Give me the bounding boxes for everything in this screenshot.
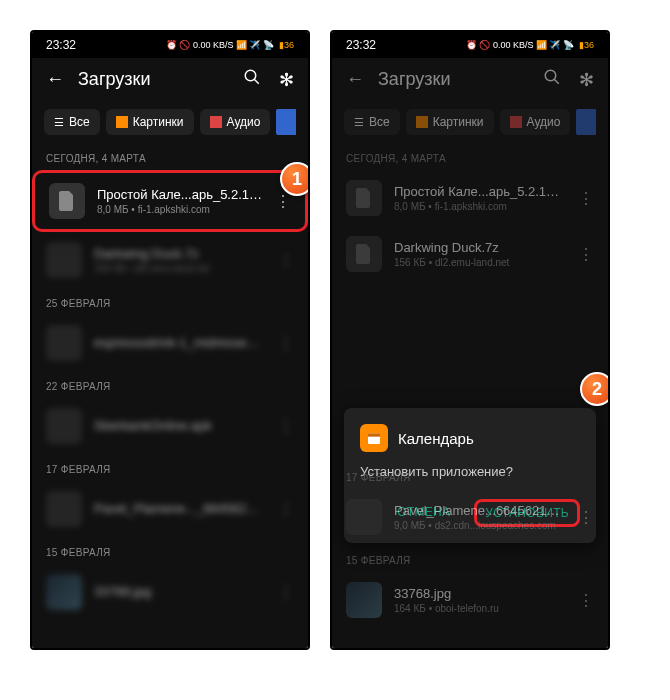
svg-rect-5 [368,433,380,436]
more-icon[interactable]: ⋮ [578,508,594,527]
file-icon [46,491,82,527]
dialog-title: Календарь [398,430,474,447]
search-icon[interactable] [243,68,261,91]
svg-point-0 [245,70,256,81]
file-icon [346,499,382,535]
thumbnail-icon [346,582,382,618]
gear-icon[interactable]: ✻ [579,69,594,91]
file-name: Простой Кале...арь_5.2.15.apk [97,187,263,202]
filter-chips: ☰Все Картинки Аудио [32,101,308,143]
svg-point-2 [545,70,556,81]
more-icon[interactable]: ⋮ [578,591,594,610]
status-icons: ⏰ 🚫 0.00 KB/S 📶 ✈️ 📡 ▮36 [466,40,594,50]
chip-all[interactable]: ☰Все [344,109,400,135]
chip-more[interactable] [276,109,296,135]
file-row[interactable]: 33768.jpg ⋮ [32,564,308,620]
page-title: Загрузки [78,69,229,90]
status-bar: 23:32 ⏰ 🚫 0.00 KB/S 📶 ✈️ 📡 ▮36 [32,32,308,58]
file-row[interactable]: espressodrink-1_midressed.ru.apk ⋮ [32,315,308,371]
status-time: 23:32 [346,38,376,52]
file-icon [46,242,82,278]
chip-more[interactable] [576,109,596,135]
file-row[interactable]: 33768.jpg 164 КБ • oboi-telefon.ru ⋮ [332,572,608,628]
file-row[interactable]: Pavel_Plamene..._88456211.mp3 ⋮ [32,481,308,537]
file-icon [346,180,382,216]
chip-audio[interactable]: Аудио [200,109,271,135]
thumbnail-icon [46,574,82,610]
back-icon[interactable]: ← [46,69,64,90]
file-list: СЕГОДНЯ, 4 МАРТА Простой Кале...арь_5.2.… [332,143,608,648]
step-callout-1: 1 [280,162,310,196]
file-list: СЕГОДНЯ, 4 МАРТА Простой Кале...арь_5.2.… [32,143,308,648]
more-icon[interactable]: ⋮ [578,189,594,208]
section-label: 22 ФЕВРАЛЯ [32,371,308,398]
file-row[interactable]: Простой Кале...арь_5.2.15.apk 8,0 МБ • f… [332,170,608,226]
status-time: 23:32 [46,38,76,52]
more-icon[interactable]: ⋮ [278,583,294,602]
svg-line-1 [254,79,259,84]
file-row[interactable]: Pavel_Plamene...66456211.mp3 9,0 МБ • ds… [332,489,608,545]
section-label: СЕГОДНЯ, 4 МАРТА [332,143,608,170]
file-icon [46,325,82,361]
more-icon[interactable]: ⋮ [275,192,291,211]
section-label: 15 ФЕВРАЛЯ [332,545,608,572]
more-icon[interactable]: ⋮ [278,500,294,519]
calendar-icon [360,424,388,452]
section-label: СЕГОДНЯ, 4 МАРТА [32,143,308,170]
screenshot-right: 2 23:32 ⏰ 🚫 0.00 KB/S 📶 ✈️ 📡 ▮36 ← Загру… [330,30,610,650]
more-icon[interactable]: ⋮ [278,334,294,353]
step-callout-2: 2 [580,372,610,406]
file-row[interactable]: Darkwing Duck.7z 156 КБ • dl2.emu-land.n… [332,226,608,282]
filter-chips: ☰Все Картинки Аудио [332,101,608,143]
chip-images[interactable]: Картинки [406,109,494,135]
file-icon [346,236,382,272]
app-header: ← Загрузки ✻ [32,58,308,101]
file-row[interactable]: Darkwing Duck.7z 156 КБ • dl2.emu-land.n… [32,232,308,288]
file-row[interactable]: SberbankOnline.apk ⋮ [32,398,308,454]
battery-icon: ▮36 [579,40,594,50]
chip-images[interactable]: Картинки [106,109,194,135]
gear-icon[interactable]: ✻ [279,69,294,91]
section-label: 17 ФЕВРАЛЯ [32,454,308,481]
file-icon [49,183,85,219]
section-label: 25 ФЕВРАЛЯ [32,288,308,315]
search-icon[interactable] [543,68,561,91]
more-icon[interactable]: ⋮ [578,245,594,264]
back-icon[interactable]: ← [346,69,364,90]
status-bar: 23:32 ⏰ 🚫 0.00 KB/S 📶 ✈️ 📡 ▮36 [332,32,608,58]
file-row-highlighted[interactable]: Простой Кале...арь_5.2.15.apk 8,0 МБ • f… [32,170,308,232]
section-label: 17 ФЕВРАЛЯ [332,462,608,489]
file-meta: 8,0 МБ • fi-1.apkshki.com [97,204,263,215]
section-label: 15 ФЕВРАЛЯ [32,537,308,564]
svg-line-3 [554,79,559,84]
app-header: ← Загрузки ✻ [332,58,608,101]
file-icon [46,408,82,444]
chip-audio[interactable]: Аудио [500,109,571,135]
screenshot-left: 1 23:32 ⏰ 🚫 0.00 KB/S 📶 ✈️ 📡 ▮36 ← Загру… [30,30,310,650]
chip-all[interactable]: ☰Все [44,109,100,135]
battery-icon: ▮36 [279,40,294,50]
more-icon[interactable]: ⋮ [278,417,294,436]
more-icon[interactable]: ⋮ [278,251,294,270]
page-title: Загрузки [378,69,529,90]
status-icons: ⏰ 🚫 0.00 KB/S 📶 ✈️ 📡 ▮36 [166,40,294,50]
